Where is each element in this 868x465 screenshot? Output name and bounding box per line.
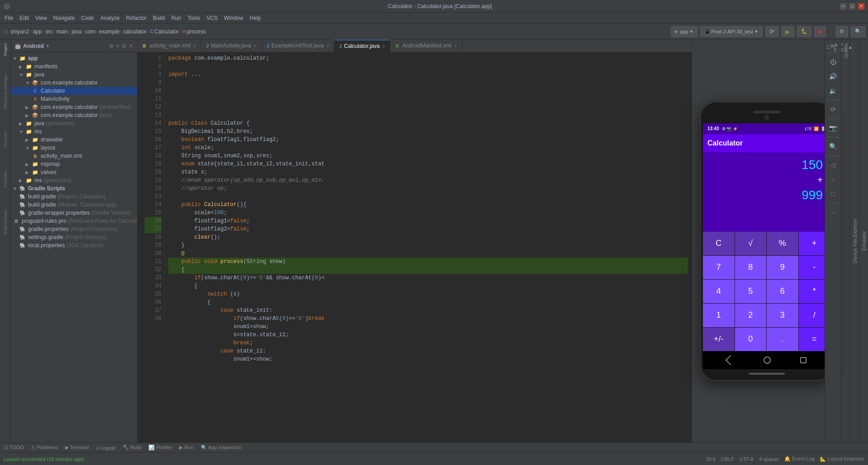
breadcrumb-app[interactable]: app — [33, 28, 42, 35]
btn-4[interactable]: 4 — [703, 280, 735, 303]
tab-close-calculator[interactable]: ✕ — [382, 44, 385, 49]
tree-gradle-wrapper[interactable]: 🐘 gradle-wrapper.properties (Gradle Vers… — [11, 209, 137, 217]
device-screenshot-button[interactable]: 📷 — [827, 122, 840, 134]
menu-tools[interactable]: Tools — [185, 14, 203, 22]
btn-2[interactable]: 2 — [735, 304, 767, 327]
tab-androidmanifest-xml[interactable]: 🗎 AndroidManifest.xml ✕ — [390, 40, 462, 52]
tree-activity-main-xml[interactable]: 🗎 activity_main.xml — [11, 152, 137, 160]
charset[interactable]: UTF-8 — [740, 456, 754, 462]
tree-manifests[interactable]: ▶ 📁 manifests — [11, 62, 137, 70]
tab-calculator-java[interactable]: J Calculator.java ✕ — [334, 40, 390, 52]
run-tool-button[interactable]: ▶ Run — [179, 445, 193, 451]
tab-close-exampleunittest[interactable]: ✕ — [326, 43, 329, 48]
tree-java-generated[interactable]: ▶ 📁 java (generated) — [11, 119, 137, 127]
tree-app[interactable]: ▼ 📁 app — [11, 54, 137, 62]
app-inspection-button[interactable]: 🔍 App Inspection — [201, 445, 241, 451]
device-power-button[interactable]: ⏻ — [827, 56, 840, 68]
menu-analyze[interactable]: Analyze — [98, 14, 123, 22]
layout-inspector-button[interactable]: 📐 Layout Inspector — [820, 456, 864, 462]
tree-res-generated[interactable]: ▶ 📁 res (generated) — [11, 176, 137, 184]
breadcrumb-java[interactable]: java — [71, 28, 81, 35]
tree-package-main[interactable]: ▼ 📦 com.example.calculator — [11, 79, 137, 87]
tab-mainactivity-java[interactable]: J MainActivity.java ✕ — [201, 40, 262, 52]
device-square-button[interactable]: □ — [827, 188, 840, 200]
terminal-button[interactable]: ▶ Terminal — [65, 445, 89, 451]
resource-manager-icon[interactable]: Resource Manager — [0, 72, 10, 111]
btn-0[interactable]: 0 — [735, 328, 767, 351]
favorites-icon[interactable]: Favorites — [0, 169, 10, 189]
settings-button[interactable]: ⚙ — [835, 26, 848, 37]
structure-icon[interactable]: Structure — [0, 130, 10, 150]
emulator-label[interactable]: Emulator — [861, 231, 867, 251]
menu-refactor[interactable]: Refactor — [123, 14, 149, 22]
code-content[interactable]: package com.example.calculator; import .… — [165, 52, 692, 442]
android-dropdown[interactable]: 🤖 Android ▼ — [14, 43, 50, 49]
collapse-all-icon[interactable]: ≡ — [116, 42, 119, 49]
tree-values[interactable]: ▶ 📁 values — [11, 168, 137, 176]
menu-edit[interactable]: Edit — [17, 14, 32, 22]
close-button[interactable]: ✕ — [858, 3, 864, 9]
tree-calculator-class[interactable]: C Calculator — [11, 87, 137, 95]
breadcrumb-main[interactable]: main — [56, 28, 68, 35]
breadcrumb-process[interactable]: m process — [182, 28, 206, 35]
tree-package-androidtest[interactable]: ▶ 📦 com.example.calculator (androidTest) — [11, 103, 137, 111]
indent-setting[interactable]: 4 spaces — [759, 456, 779, 462]
tree-build-gradle-project[interactable]: 🐘 build.gradle (Project: Calculator) — [11, 193, 137, 201]
sync-button[interactable]: ⟳ — [765, 26, 778, 37]
menu-run[interactable]: Run — [169, 14, 184, 22]
btn-3[interactable]: 3 — [767, 304, 798, 327]
menu-help[interactable]: Help — [247, 14, 264, 22]
tab-close-androidmanifest[interactable]: ✕ — [454, 43, 457, 48]
device-circle-button[interactable]: ○ — [827, 173, 840, 186]
debug-button[interactable]: 🐛 — [797, 26, 811, 37]
build-button[interactable]: 🔨 Build — [123, 445, 142, 451]
maximize-button[interactable]: □ — [849, 3, 855, 9]
cursor-position[interactable]: 26:6 — [706, 456, 716, 462]
device-rotate-button[interactable]: ⟳ — [827, 103, 840, 116]
menu-code[interactable]: Code — [78, 14, 97, 22]
tree-drawable[interactable]: ▶ 📁 drawable — [11, 136, 137, 144]
nav-home-button[interactable] — [764, 357, 771, 364]
menu-view[interactable]: View — [33, 14, 50, 22]
btn-sqrt[interactable]: √ — [735, 232, 767, 255]
logcat-button[interactable]: ≡ Logcat — [96, 445, 115, 451]
device-volume-down-button[interactable]: 🔉 — [827, 85, 840, 97]
device-zoom-in-button[interactable]: 🔍 — [827, 140, 840, 153]
tree-layout[interactable]: ▼ 📁 layout — [11, 144, 137, 152]
btn-8[interactable]: 8 — [735, 256, 767, 279]
search-everywhere-button[interactable]: 🔍 — [851, 26, 865, 37]
tree-build-gradle-module[interactable]: 🐘 build.gradle (Module: Calculator.app) — [11, 201, 137, 209]
tree-res[interactable]: ▼ 📁 res — [11, 127, 137, 136]
menu-vcs[interactable]: VCS — [204, 14, 221, 22]
minimize-button[interactable]: ─ — [840, 3, 846, 9]
menu-build[interactable]: Build — [150, 14, 168, 22]
line-ending[interactable]: CRLF — [721, 456, 734, 462]
build-variants-icon[interactable]: Build Variants — [0, 208, 10, 236]
nav-recents-button[interactable] — [800, 357, 806, 363]
btn-9[interactable]: 9 — [767, 256, 798, 279]
btn-7[interactable]: 7 — [703, 256, 735, 279]
tree-settings-gradle[interactable]: 🐘 settings.gradle (Project Settings) — [11, 233, 137, 241]
tree-mainactivity-class[interactable]: A MainActivity — [11, 95, 137, 103]
breadcrumb-calculator-class[interactable]: C Calculator — [150, 28, 179, 35]
breadcrumb-com[interactable]: com — [85, 28, 95, 35]
panel-close-icon[interactable]: ✕ — [128, 42, 133, 49]
device-back-nav-button[interactable]: ◁ — [827, 159, 840, 171]
menu-window[interactable]: Window — [221, 14, 246, 22]
device-file-explorer-label[interactable]: Device File Explorer — [852, 219, 858, 263]
tree-package-test[interactable]: ▶ 📦 com.example.calculator (test) — [11, 111, 137, 119]
btn-clear[interactable]: C — [703, 232, 735, 255]
btn-plusminus[interactable]: +/- — [703, 328, 735, 351]
tree-gradle-scripts[interactable]: ▼ 🐘 Gradle Scripts — [11, 184, 137, 193]
run-button[interactable]: ▶ — [781, 26, 794, 37]
tree-java[interactable]: ▼ 📁 java — [11, 70, 137, 79]
btn-percent[interactable]: % — [767, 232, 798, 255]
menu-file[interactable]: File — [2, 14, 16, 22]
nav-back-button[interactable] — [725, 355, 735, 365]
btn-1[interactable]: 1 — [703, 304, 735, 327]
device-more-button[interactable]: ··· — [827, 206, 840, 219]
event-log-button[interactable]: 🔔 Event Log — [784, 456, 815, 462]
btn-5[interactable]: 5 — [735, 280, 767, 303]
breadcrumb-calculator-pkg[interactable]: calculator — [123, 28, 146, 35]
tree-proguard[interactable]: 🗎 proguard-rules.pro (ProGuard Rules for… — [11, 217, 137, 225]
